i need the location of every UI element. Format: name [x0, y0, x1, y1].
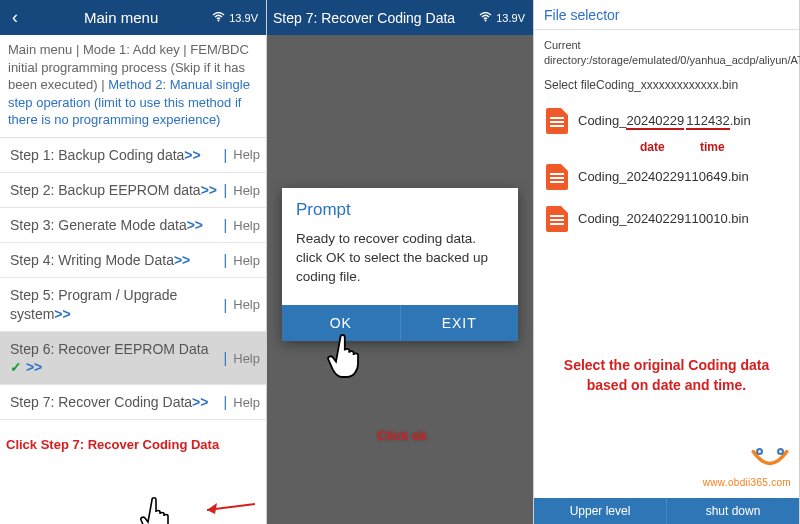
annotation-date: date	[640, 140, 665, 154]
select-file-hint: Select fileCoding_xxxxxxxxxxxxx.bin	[534, 74, 799, 100]
annotation-click-ok: Click ok	[367, 428, 437, 443]
step7-title: Step 7: Recover Coding Data	[267, 10, 479, 26]
step-item-1[interactable]: Step 1: Backup Coding data>> | Help	[0, 138, 266, 173]
status-voltage: 13.9V	[212, 12, 266, 24]
help-link[interactable]: Help	[233, 183, 260, 198]
annotation-select-original: Select the original Coding databased on …	[534, 356, 799, 395]
exit-button[interactable]: EXIT	[400, 305, 519, 341]
wifi-icon	[479, 12, 492, 24]
file-icon	[546, 206, 568, 232]
wifi-icon	[212, 12, 225, 24]
file-name: Coding_20240229112432.bin	[578, 113, 751, 128]
step-item-3[interactable]: Step 3: Generate Mode data>> | Help	[0, 208, 266, 243]
help-link[interactable]: Help	[233, 218, 260, 233]
current-directory: Current directory:/storage/emulated/0/ya…	[534, 30, 799, 74]
help-link[interactable]: Help	[233, 351, 260, 366]
help-link[interactable]: Help	[233, 297, 260, 312]
step-item-5[interactable]: Step 5: Program / Upgrade system>> | Hel…	[0, 278, 266, 331]
file-item[interactable]: Coding_20240229110010.bin	[544, 198, 789, 240]
shut-down-button[interactable]: shut down	[666, 498, 799, 524]
logo: www.obdii365.com	[703, 447, 791, 488]
step-item-7[interactable]: Step 7: Recover Coding Data>> | Help	[0, 385, 266, 420]
svg-point-0	[218, 19, 220, 21]
back-icon[interactable]: ‹	[0, 7, 30, 28]
hand-cursor-icon	[138, 492, 178, 524]
header-step7: Step 7: Recover Coding Data 13.9V	[267, 0, 533, 35]
main-menu-title: Main menu	[30, 9, 212, 26]
svg-point-5	[758, 450, 761, 453]
smile-icon	[749, 447, 791, 473]
checkmark-icon: ✓	[10, 359, 22, 375]
file-icon	[546, 108, 568, 134]
logo-url: www.obdii365.com	[703, 477, 791, 488]
svg-point-7	[779, 450, 782, 453]
file-item[interactable]: Coding_20240229112432.bin	[544, 100, 789, 142]
help-link[interactable]: Help	[233, 147, 260, 162]
annotation-click-step7: Click Step 7: Recover Coding Data	[6, 437, 219, 452]
file-name: Coding_20240229110649.bin	[578, 169, 749, 184]
prompt-dialog: Prompt Ready to recover coding data. cli…	[282, 188, 518, 341]
step-item-6[interactable]: Step 6: Recover EEPROM Data ✓ >> | Help	[0, 332, 266, 385]
upper-level-button[interactable]: Upper level	[534, 498, 666, 524]
svg-point-3	[485, 19, 487, 21]
annotation-time: time	[700, 140, 725, 154]
file-icon	[546, 164, 568, 190]
step-item-4[interactable]: Step 4: Writing Mode Data>> | Help	[0, 243, 266, 278]
file-item[interactable]: Coding_20240229110649.bin	[544, 156, 789, 198]
prompt-body: Ready to recover coding data. click OK t…	[282, 226, 518, 305]
annotation-arrow-icon	[195, 494, 260, 514]
svg-marker-2	[207, 503, 217, 514]
help-link[interactable]: Help	[233, 253, 260, 268]
breadcrumb: Main menu | Mode 1: Add key | FEM/BDC in…	[0, 35, 266, 138]
header-main-menu: ‹ Main menu 13.9V	[0, 0, 266, 35]
prompt-title: Prompt	[282, 188, 518, 226]
file-selector-title: File selector	[534, 0, 799, 30]
ok-button[interactable]: OK	[282, 305, 400, 341]
help-link[interactable]: Help	[233, 395, 260, 410]
status-voltage: 13.9V	[479, 12, 533, 24]
file-name: Coding_20240229110010.bin	[578, 211, 749, 226]
step-item-2[interactable]: Step 2: Backup EEPROM data>> | Help	[0, 173, 266, 208]
